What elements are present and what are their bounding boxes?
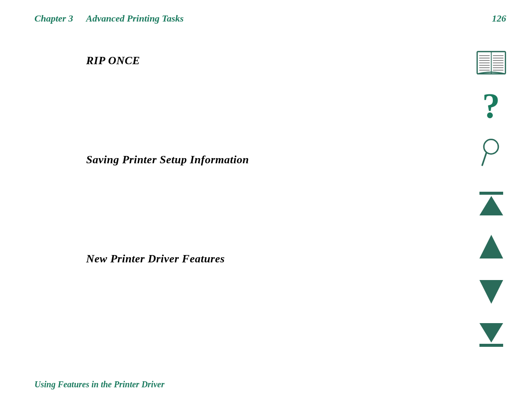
nav-next-icon bbox=[475, 276, 507, 306]
svg-marker-21 bbox=[479, 235, 503, 258]
svg-text:?: ? bbox=[482, 87, 500, 124]
svg-marker-23 bbox=[479, 323, 503, 342]
nav-prev-icon bbox=[475, 233, 507, 263]
book-icon bbox=[475, 49, 507, 77]
last-page-button[interactable] bbox=[472, 314, 510, 353]
svg-rect-19 bbox=[479, 192, 503, 195]
page-header: Chapter 3 Advanced Printing Tasks 126 bbox=[0, 0, 532, 24]
next-page-button[interactable] bbox=[472, 271, 510, 310]
page-footer: Using Features in the Printer Driver bbox=[34, 380, 165, 389]
book-icon-button[interactable] bbox=[472, 43, 510, 82]
page-number: 126 bbox=[492, 13, 506, 24]
heading-new-features: New Printer Driver Features bbox=[86, 252, 498, 265]
heading-rip-once: RIP ONCE bbox=[86, 54, 498, 67]
main-content: RIP ONCE Saving Printer Setup Informatio… bbox=[0, 24, 532, 265]
svg-line-18 bbox=[482, 153, 486, 165]
chapter-label: Chapter 3 bbox=[34, 13, 73, 24]
svg-marker-22 bbox=[479, 280, 503, 304]
nav-first-icon bbox=[475, 190, 507, 220]
help-icon-button[interactable]: ? bbox=[472, 86, 510, 125]
chapter-title: Advanced Printing Tasks bbox=[86, 13, 184, 24]
svg-point-17 bbox=[484, 140, 498, 154]
footer-text: Using Features in the Printer Driver bbox=[34, 380, 165, 389]
search-icon-button[interactable] bbox=[472, 134, 510, 172]
sidebar-icons: ? bbox=[472, 43, 510, 358]
question-icon: ? bbox=[477, 87, 505, 124]
svg-marker-20 bbox=[479, 196, 503, 215]
svg-rect-24 bbox=[479, 344, 503, 347]
first-page-button[interactable] bbox=[472, 185, 510, 224]
nav-last-icon bbox=[475, 319, 507, 349]
heading-saving: Saving Printer Setup Information bbox=[86, 153, 498, 166]
prev-page-button[interactable] bbox=[472, 228, 510, 267]
header-left: Chapter 3 Advanced Printing Tasks bbox=[34, 13, 184, 24]
search-icon bbox=[478, 138, 504, 168]
